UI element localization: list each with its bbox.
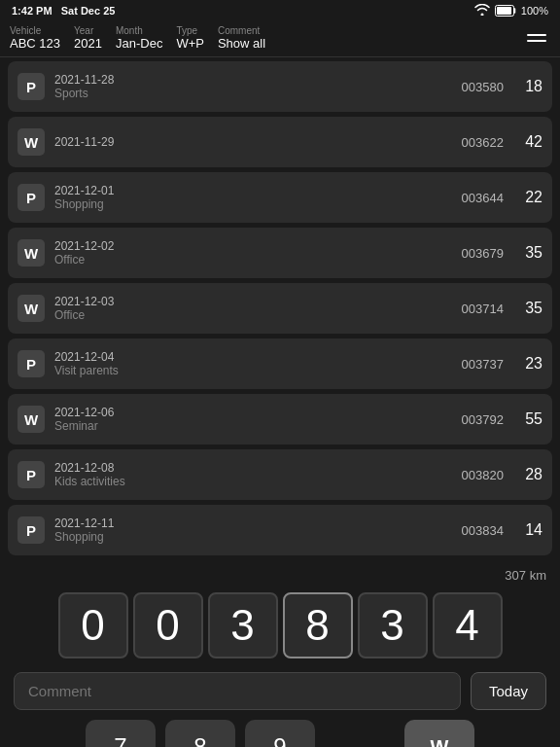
header-comment-filter: Comment Show all <box>218 25 265 51</box>
trip-km: 23 <box>519 355 542 373</box>
month-label: Month <box>116 25 162 36</box>
trip-info: 2021-11-28 Sports <box>54 73 462 100</box>
trip-date: 2021-12-03 <box>54 295 462 308</box>
trip-comment: Office <box>54 253 462 267</box>
trip-date: 2021-12-02 <box>54 239 462 253</box>
header-type: Type W+P <box>176 25 204 51</box>
trip-date: 2021-11-29 <box>54 135 462 149</box>
key-8[interactable]: 8 <box>165 720 235 747</box>
trip-km: 42 <box>519 133 542 151</box>
trip-date: 2021-12-06 <box>54 406 462 419</box>
trip-odometer: 003622 <box>462 135 504 150</box>
status-time: 1:42 PM Sat Dec 25 <box>12 5 115 17</box>
trip-info: 2021-11-29 <box>54 135 462 149</box>
trip-info: 2021-12-04 Visit parents <box>54 350 462 377</box>
odo-digit-2[interactable]: 3 <box>208 592 278 658</box>
trip-row[interactable]: P 2021-12-01 Shopping 003644 22 <box>8 172 552 223</box>
wifi-icon <box>474 4 490 18</box>
trip-date: 2021-12-04 <box>54 350 462 364</box>
odo-digit-4[interactable]: 3 <box>358 592 428 658</box>
status-icons: 100% <box>474 4 548 18</box>
comment-input[interactable] <box>14 672 461 710</box>
menu-button[interactable] <box>523 30 550 46</box>
trip-comment: Visit parents <box>54 364 462 377</box>
year-label: Year <box>74 25 102 36</box>
trip-row[interactable]: W 2021-12-02 Office 003679 35 <box>8 228 552 278</box>
key-7[interactable]: 7 <box>86 720 156 747</box>
battery-percent: 100% <box>521 5 548 17</box>
trip-info: 2021-12-02 Office <box>54 239 462 267</box>
trip-type-badge: W <box>18 295 45 322</box>
trip-odometer: 003580 <box>462 80 504 94</box>
odo-digit-0[interactable]: 0 <box>58 592 128 658</box>
year-value[interactable]: 2021 <box>74 36 102 51</box>
trip-row[interactable]: W 2021-11-29 003622 42 <box>8 117 552 167</box>
trip-comment: Shopping <box>54 530 462 544</box>
trip-comment: Sports <box>54 87 462 100</box>
trip-km: 28 <box>519 466 542 483</box>
key-9[interactable]: 9 <box>245 720 315 747</box>
trip-odometer: 003792 <box>462 412 504 427</box>
trip-info: 2021-12-06 Seminar <box>54 406 462 433</box>
header-year: Year 2021 <box>74 25 102 51</box>
menu-icon <box>527 34 546 36</box>
odo-digit-1[interactable]: 0 <box>133 592 203 658</box>
header-month: Month Jan-Dec <box>116 25 162 51</box>
keypad-row-1: 789W <box>14 720 546 747</box>
trip-comment: Kids activities <box>54 475 462 488</box>
trip-list: P 2021-11-28 Sports 003580 18 W 2021-11-… <box>0 57 560 564</box>
trip-row[interactable]: W 2021-12-03 Office 003714 35 <box>8 283 552 334</box>
odometer-display: 003834 <box>0 585 560 666</box>
status-bar: 1:42 PM Sat Dec 25 100% <box>0 0 560 21</box>
trip-comment: Office <box>54 308 462 322</box>
trip-date: 2021-11-28 <box>54 73 462 87</box>
menu-icon <box>527 40 546 42</box>
header: Vehicle ABC 123 Year 2021 Month Jan-Dec … <box>0 21 560 57</box>
trip-km: 18 <box>519 78 542 95</box>
trip-date: 2021-12-11 <box>54 516 462 530</box>
trip-row[interactable]: P 2021-12-08 Kids activities 003820 28 <box>8 449 552 500</box>
trip-type-badge: P <box>18 350 45 377</box>
input-row: Today <box>0 666 560 716</box>
vehicle-label: Vehicle <box>10 25 60 36</box>
trip-km: 14 <box>519 521 542 539</box>
odo-digit-3[interactable]: 8 <box>283 592 353 658</box>
battery-icon <box>495 5 516 17</box>
key-W[interactable]: W <box>404 720 474 747</box>
trip-odometer: 003737 <box>462 357 504 372</box>
trip-info: 2021-12-08 Kids activities <box>54 461 462 488</box>
today-button[interactable]: Today <box>471 672 546 710</box>
month-value[interactable]: Jan-Dec <box>116 36 162 51</box>
header-fields: Vehicle ABC 123 Year 2021 Month Jan-Dec … <box>10 25 523 51</box>
trip-odometer: 003834 <box>462 523 504 538</box>
trip-type-badge: W <box>18 128 45 156</box>
comment-filter-label: Comment <box>218 25 265 36</box>
trip-km: 55 <box>519 410 542 428</box>
trip-comment: Shopping <box>54 197 462 211</box>
trip-date: 2021-12-08 <box>54 461 462 475</box>
trip-km: 35 <box>519 244 542 262</box>
trip-comment: Seminar <box>54 419 462 433</box>
trip-type-badge: P <box>18 516 45 544</box>
trip-type-badge: P <box>18 73 45 100</box>
trip-odometer: 003820 <box>462 468 504 482</box>
svg-rect-1 <box>497 7 511 15</box>
trip-info: 2021-12-03 Office <box>54 295 462 322</box>
trip-row[interactable]: P 2021-12-11 Shopping 003834 14 <box>8 505 552 555</box>
trip-info: 2021-12-01 Shopping <box>54 184 462 211</box>
odo-digit-5[interactable]: 4 <box>433 592 503 658</box>
date-display: Sat Dec 25 <box>61 5 116 17</box>
trip-km: 35 <box>519 300 542 317</box>
trip-odometer: 003644 <box>462 191 504 205</box>
today-label: Today <box>489 683 528 699</box>
trip-row[interactable]: P 2021-12-04 Visit parents 003737 23 <box>8 338 552 389</box>
trip-row[interactable]: P 2021-11-28 Sports 003580 18 <box>8 61 552 112</box>
trip-type-badge: P <box>18 184 45 211</box>
comment-filter-value[interactable]: Show all <box>218 36 265 51</box>
vehicle-value[interactable]: ABC 123 <box>10 36 60 51</box>
type-label: Type <box>176 25 204 36</box>
trip-row[interactable]: W 2021-12-06 Seminar 003792 55 <box>8 394 552 445</box>
trip-type-badge: P <box>18 461 45 488</box>
type-value[interactable]: W+P <box>176 36 204 51</box>
time-display: 1:42 PM <box>12 5 52 17</box>
